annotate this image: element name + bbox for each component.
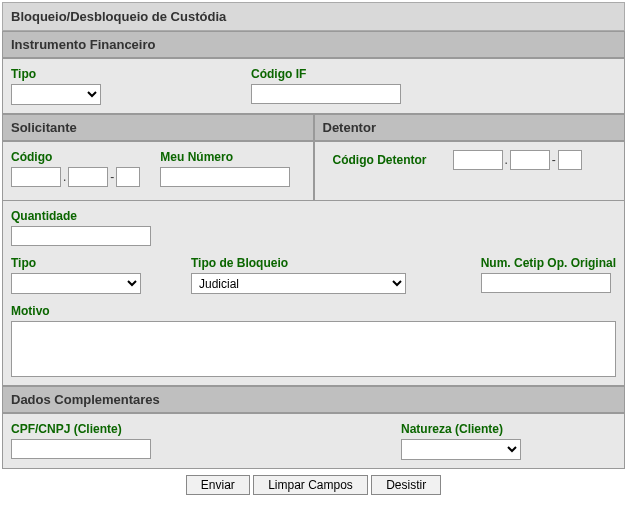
meu-numero-input[interactable] [160, 167, 290, 187]
mid-tipo-label: Tipo [11, 256, 151, 270]
complementares-body: CPF/CNPJ (Cliente) Natureza (Cliente) [2, 413, 625, 469]
middle-body: Quantidade Tipo Tipo de Bloqueio Judicia… [2, 201, 625, 386]
dot-separator: . [505, 153, 508, 167]
detentor-header: Detentor [314, 114, 626, 141]
solicitante-codigo-p3[interactable] [116, 167, 140, 187]
instrumento-body: Tipo Código IF [2, 58, 625, 114]
complementares-header: Dados Complementares [2, 386, 625, 413]
button-row: Enviar Limpar Campos Desistir [2, 469, 625, 501]
cpf-label: CPF/CNPJ (Cliente) [11, 422, 291, 436]
detentor-codigo-label: Código Detentor [333, 153, 427, 167]
solicitante-header: Solicitante [2, 114, 314, 141]
natureza-label: Natureza (Cliente) [401, 422, 521, 436]
num-cetip-label: Num. Cetip Op. Original [481, 256, 616, 270]
motivo-label: Motivo [11, 304, 616, 318]
detentor-codigo-p2[interactable] [510, 150, 550, 170]
tipo-label: Tipo [11, 67, 121, 81]
dash-separator: - [552, 153, 556, 167]
natureza-select[interactable] [401, 439, 521, 460]
page-title: Bloqueio/Desbloqueio de Custódia [2, 2, 625, 31]
mid-tipo-select[interactable] [11, 273, 141, 294]
solicitante-body: Código . - Meu Número [2, 141, 314, 201]
enviar-button[interactable]: Enviar [186, 475, 250, 495]
solicitante-codigo-label: Código [11, 150, 140, 164]
tipo-bloqueio-select[interactable]: Judicial [191, 273, 406, 294]
instrumento-header: Instrumento Financeiro [2, 31, 625, 58]
meu-numero-label: Meu Número [160, 150, 290, 164]
detentor-body: Código Detentor . - [314, 141, 626, 201]
dot-separator: . [63, 170, 66, 184]
cpf-input[interactable] [11, 439, 151, 459]
desistir-button[interactable]: Desistir [371, 475, 441, 495]
codigo-if-input[interactable] [251, 84, 401, 104]
solicitante-codigo-p1[interactable] [11, 167, 61, 187]
quantidade-label: Quantidade [11, 209, 151, 223]
dash-separator: - [110, 170, 114, 184]
solicitante-codigo-p2[interactable] [68, 167, 108, 187]
tipo-bloqueio-label: Tipo de Bloqueio [191, 256, 421, 270]
detentor-codigo-p1[interactable] [453, 150, 503, 170]
num-cetip-input[interactable] [481, 273, 611, 293]
detentor-codigo-p3[interactable] [558, 150, 582, 170]
quantidade-input[interactable] [11, 226, 151, 246]
limpar-button[interactable]: Limpar Campos [253, 475, 368, 495]
tipo-select[interactable] [11, 84, 101, 105]
codigo-if-label: Código IF [251, 67, 401, 81]
motivo-textarea[interactable] [11, 321, 616, 377]
